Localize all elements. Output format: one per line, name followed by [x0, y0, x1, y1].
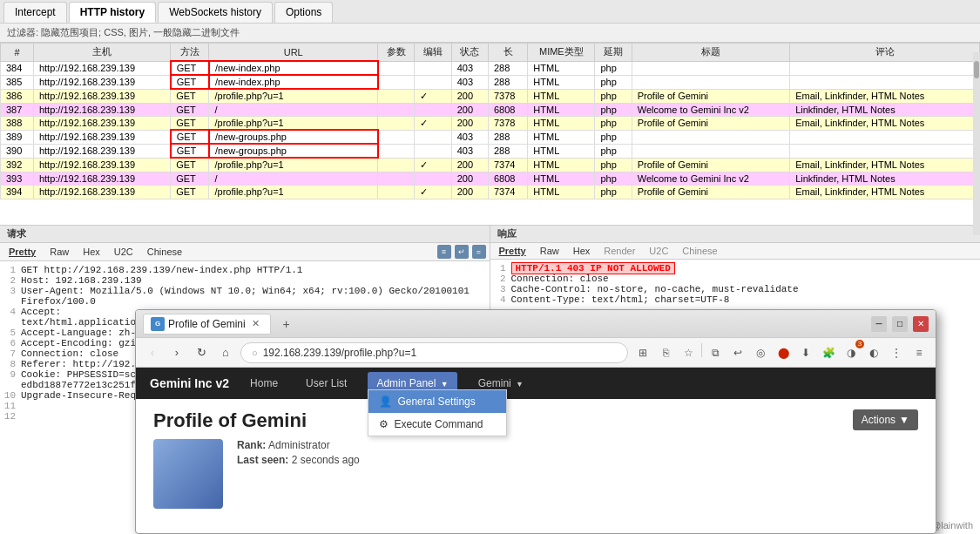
- table-row[interactable]: 385http://192.168.239.139GET/new-index.p…: [1, 75, 980, 89]
- browser-tab-close[interactable]: ✕: [249, 317, 263, 331]
- nav-icon-ext[interactable]: ⧉: [706, 343, 725, 362]
- res-tab-render[interactable]: Render: [598, 245, 640, 257]
- col-delay: 延期: [595, 44, 632, 62]
- nav-icon-copy[interactable]: ⎘: [656, 343, 675, 362]
- request-line: 2Host: 192.168.239.139: [3, 275, 486, 286]
- req-tab-hex[interactable]: Hex: [78, 246, 105, 258]
- table-row[interactable]: 387http://192.168.239.139GET/2006808HTML…: [1, 103, 980, 116]
- table-row[interactable]: 389http://192.168.239.139GET/new-groups.…: [1, 130, 980, 144]
- nav-reload[interactable]: ↻: [192, 343, 211, 362]
- browser-navbar: ‹ › ↻ ⌂ ○ 192.168.239.139/profile.php?u=…: [136, 338, 936, 368]
- req-icon-wrap[interactable]: ↵: [455, 245, 469, 259]
- res-tab-u2c[interactable]: U2C: [644, 245, 673, 257]
- table-row[interactable]: 390http://192.168.239.139GET/new-groups.…: [1, 144, 980, 158]
- req-tab-raw[interactable]: Raw: [44, 246, 74, 258]
- nav-icon-badge[interactable]: ◑3: [841, 343, 861, 362]
- req-icon-list[interactable]: ≡: [437, 245, 451, 259]
- nav-home[interactable]: ⌂: [216, 343, 235, 362]
- nav-icons-right: ⊞ ⎘ ☆ ⧉ ↩ ◎ ⬤ ⬇ 🧩 ◑3 ◐ ⋮ ≡: [633, 343, 929, 362]
- scroll-indicator[interactable]: [973, 52, 980, 235]
- gemini-dropdown-arrow: ▼: [516, 380, 524, 389]
- tab-websockets[interactable]: WebSockets history: [158, 2, 273, 23]
- nav-icon-settings2[interactable]: ≡: [909, 343, 929, 362]
- col-title: 标题: [632, 44, 789, 62]
- site-nav-home[interactable]: Home: [243, 374, 285, 393]
- request-line: Firefox/100.0: [3, 296, 486, 307]
- tab-options[interactable]: Options: [274, 2, 333, 23]
- response-line: 4Content-Type: text/html; charset=UTF-8: [494, 294, 977, 305]
- req-tab-pretty[interactable]: Pretty: [3, 246, 41, 258]
- browser-tab-title: Profile of Gemini: [168, 318, 246, 330]
- nav-icon-back2[interactable]: ↩: [728, 343, 747, 362]
- last-seen-info: Last seen: 2 seconds ago: [237, 454, 360, 466]
- browser-new-tab[interactable]: +: [278, 315, 295, 333]
- request-label: 请求: [0, 226, 490, 243]
- req-icon-eq[interactable]: =: [472, 245, 486, 259]
- filter-text: 过滤器: 隐藏范围项目; CSS, 图片, 一般隐藏二进制文件: [7, 27, 240, 37]
- scroll-thumb: [974, 61, 979, 78]
- nav-back[interactable]: ‹: [143, 343, 162, 362]
- table-row[interactable]: 394http://192.168.239.139GET/profile.php…: [1, 185, 980, 199]
- res-tab-pretty[interactable]: Pretty: [494, 245, 531, 257]
- nav-icon-menu[interactable]: ⋮: [887, 343, 906, 362]
- response-line: 3Cache-Control: no-store, no-cache, must…: [494, 284, 977, 294]
- general-icon: 👤: [379, 395, 392, 408]
- res-tab-raw[interactable]: Raw: [535, 245, 564, 257]
- win-minimize[interactable]: ─: [871, 316, 887, 332]
- response-label: 响应: [490, 226, 981, 243]
- rank-info: Rank: Administrator: [237, 439, 360, 451]
- address-bar[interactable]: ○ 192.168.239.139/profile.php?u=1: [240, 342, 628, 363]
- filter-bar: 过滤器: 隐藏范围项目; CSS, 图片, 一般隐藏二进制文件: [0, 24, 980, 43]
- request-line: 3User-Agent: Mozilla/5.0 (Windows NT 10.…: [3, 286, 486, 296]
- tab-bar: Intercept HTTP history WebSockets histor…: [0, 0, 980, 24]
- nav-icon-ext2[interactable]: 🧩: [819, 343, 838, 362]
- profile-info: Rank: Administrator Last seen: 2 seconds…: [237, 439, 360, 469]
- request-tabs: Pretty Raw Hex U2C Chinese ≡ ↵ =: [0, 243, 490, 261]
- win-restore[interactable]: □: [892, 316, 908, 332]
- request-line: 1GET http://192.168.239.139/new-index.ph…: [3, 265, 486, 275]
- profile-avatar: [153, 439, 223, 509]
- nav-icon-grid[interactable]: ⊞: [633, 343, 652, 362]
- table-row[interactable]: 392http://192.168.239.139GET/profile.php…: [1, 158, 980, 172]
- table-row[interactable]: 393http://192.168.239.139GET/2006808HTML…: [1, 172, 980, 185]
- nav-forward[interactable]: ›: [167, 343, 186, 362]
- browser-overlay: G Profile of Gemini ✕ + ─ □ ✕ ‹ › ↻ ⌂ ○ …: [135, 309, 936, 534]
- browser-favicon: G: [151, 317, 165, 331]
- lock-icon: ○: [252, 348, 258, 358]
- col-url: URL: [209, 44, 378, 62]
- nav-separator: [701, 343, 702, 357]
- actions-button[interactable]: Actions ▼: [853, 409, 918, 430]
- nav-icon-dl[interactable]: ⬇: [796, 343, 815, 362]
- admin-dropdown-general[interactable]: 👤 General Settings: [368, 390, 506, 413]
- table-row[interactable]: 386http://192.168.239.139GET/profile.php…: [1, 89, 980, 103]
- col-status: 状态: [451, 44, 488, 62]
- execute-icon: ⚙: [379, 418, 389, 430]
- col-host: 主机: [33, 44, 170, 62]
- col-num: #: [1, 44, 34, 62]
- admin-dropdown-execute[interactable]: ⚙ Execute Command: [368, 413, 506, 436]
- req-tab-u2c[interactable]: U2C: [109, 246, 139, 258]
- res-tab-chinese[interactable]: Chinese: [677, 245, 722, 257]
- tab-http-history[interactable]: HTTP history: [69, 2, 156, 23]
- admin-panel-container: Admin Panel ▼ 👤 General Settings ⚙ Execu…: [368, 377, 456, 389]
- res-tab-hex[interactable]: Hex: [568, 245, 596, 257]
- win-close[interactable]: ✕: [913, 316, 929, 332]
- response-line: 2Connection: close: [494, 274, 977, 284]
- nav-icon-star[interactable]: ☆: [679, 343, 698, 362]
- site-nav-userlist[interactable]: User List: [299, 374, 354, 393]
- history-table: # 主机 方法 URL 参数 编辑 状态 长 MIME类型 延期 标题 评论 3…: [0, 43, 980, 199]
- nav-icon-circle[interactable]: ◎: [751, 343, 770, 362]
- page-title: Profile of Gemini: [153, 409, 918, 432]
- tab-intercept[interactable]: Intercept: [3, 2, 67, 23]
- admin-dropdown-menu: 👤 General Settings ⚙ Execute Command: [368, 389, 507, 436]
- col-mime: MIME类型: [528, 44, 595, 62]
- req-tab-chinese[interactable]: Chinese: [142, 246, 187, 258]
- nav-icon-opera[interactable]: ⬤: [774, 343, 793, 362]
- table-row[interactable]: 384http://192.168.239.139GET/new-index.p…: [1, 61, 980, 75]
- response-tabs: Pretty Raw Hex Render U2C Chinese: [490, 243, 981, 260]
- table-row[interactable]: 388http://192.168.239.139GET/profile.php…: [1, 116, 980, 130]
- col-edit: 编辑: [415, 44, 451, 62]
- nav-icon-profile[interactable]: ◐: [864, 343, 883, 362]
- website-content: Gemini Inc v2 Home User List Admin Panel…: [136, 368, 936, 519]
- response-line: 1HTTP/1.1 403 IP NOT ALLOWED: [494, 263, 977, 274]
